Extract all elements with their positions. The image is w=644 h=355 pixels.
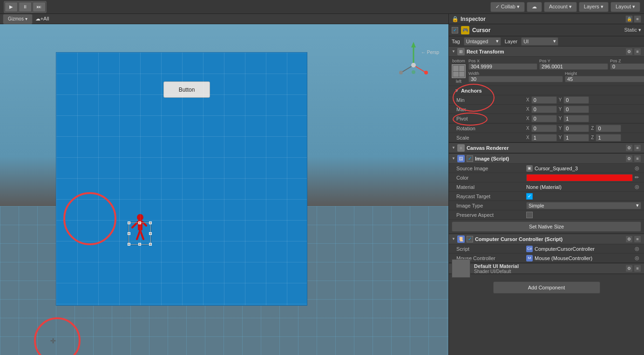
mouse-controller-text: Mouse (MouseController) <box>535 255 633 261</box>
image-collapse-arrow: ▼ <box>452 156 455 161</box>
layout-button[interactable]: Layout ▾ <box>610 2 640 12</box>
handle-tc[interactable] <box>138 221 141 224</box>
handle-bc[interactable] <box>138 243 141 246</box>
scale-z-input[interactable] <box>596 134 621 141</box>
mat-settings-btn[interactable]: ⚙ <box>625 265 633 272</box>
material-value: None (Material) ◎ <box>526 184 641 190</box>
canvas-header-right: ⚙ ≡ <box>625 144 641 152</box>
scene-view: Gizmos ▾ ☁+All Button <box>0 14 448 355</box>
color-picker-btn[interactable]: ✏ <box>635 174 641 181</box>
image-type-row: Image Type Simple▾ <box>449 201 644 210</box>
object-header: 🎮 Cursor Static ▾ <box>449 24 644 36</box>
image-menu-btn[interactable]: ≡ <box>634 155 641 162</box>
handle-tr[interactable] <box>149 221 152 224</box>
max-x-label: X <box>526 107 529 112</box>
color-swatch[interactable] <box>526 174 633 181</box>
cursor-collapse-arrow: ▼ <box>452 237 455 241</box>
step-button[interactable]: ⏭ <box>33 2 46 12</box>
pos-y-input[interactable] <box>539 63 608 70</box>
mouse-ctrl-target-btn[interactable]: ◎ <box>635 255 641 261</box>
pivot-label: Pivot <box>456 116 526 121</box>
handle-mr[interactable] <box>149 232 152 235</box>
persp-label[interactable]: ← Persp <box>421 50 439 55</box>
height-input[interactable] <box>565 76 644 82</box>
min-x-input[interactable] <box>531 96 557 104</box>
svg-point-0 <box>137 214 143 221</box>
anchor-icon[interactable] <box>452 64 466 78</box>
layers-button[interactable]: Layers ▾ <box>579 2 609 12</box>
handle-br[interactable] <box>149 243 152 246</box>
pivot-x-input[interactable] <box>531 115 557 122</box>
layer-dropdown[interactable]: UI▾ <box>521 37 558 46</box>
set-native-size-button[interactable]: Set Native Size <box>452 221 641 232</box>
object-active-checkbox[interactable] <box>452 27 458 33</box>
scene-button[interactable]: Button <box>163 81 210 98</box>
pause-button[interactable]: ⏸ <box>19 2 32 12</box>
height-group: Height <box>565 71 644 82</box>
raycast-value: ✓ <box>526 193 641 200</box>
mouse-controller-icon: M <box>526 255 533 261</box>
rect-menu-btn[interactable]: ≡ <box>634 48 641 55</box>
pivot-y-label: Y <box>559 116 562 121</box>
rot-z-input[interactable] <box>596 125 621 132</box>
gizmos-button[interactable]: Gizmos ▾ <box>3 14 33 24</box>
image-active-check[interactable] <box>467 155 473 162</box>
rot-y-input[interactable] <box>563 125 589 132</box>
wh-row: Width Height ⊞ R <box>468 71 644 82</box>
cursor-ctrl-settings-btn[interactable]: ⚙ <box>625 235 633 243</box>
handle-tl[interactable] <box>128 221 130 224</box>
add-component-button[interactable]: Add Component <box>493 281 600 294</box>
anchors-header-row[interactable]: ▼ Anchors <box>449 86 644 95</box>
image-settings-btn[interactable]: ⚙ <box>625 155 633 162</box>
image-script-header[interactable]: ▼ 🖼 Image (Script) ⚙ ≡ <box>449 154 644 164</box>
scale-y-input[interactable] <box>563 134 589 141</box>
canvas-settings-btn[interactable]: ⚙ <box>625 144 633 152</box>
source-image-target-btn[interactable]: ◎ <box>635 165 641 172</box>
mat-menu-btn[interactable]: ≡ <box>634 265 641 272</box>
preserve-aspect-checkbox[interactable] <box>526 212 533 218</box>
material-target-btn[interactable]: ◎ <box>635 184 641 190</box>
raycast-label: Raycast Target <box>456 194 526 199</box>
min-y-input[interactable] <box>563 96 589 104</box>
anchors-collapse: ▼ <box>454 88 459 93</box>
pos-z-input[interactable] <box>610 63 644 70</box>
canvas-menu-btn[interactable]: ≡ <box>634 144 641 152</box>
material-label: Material <box>456 184 526 190</box>
cursor-ctrl-active-check[interactable] <box>467 236 473 242</box>
width-input[interactable] <box>468 76 563 82</box>
raycast-checkbox[interactable]: ✓ <box>526 193 533 200</box>
canvas-renderer-header[interactable]: ▼ ○ Canvas Renderer ⚙ ≡ <box>449 143 644 153</box>
scale-x-label: X <box>526 135 529 140</box>
rect-settings-btn[interactable]: ⚙ <box>625 48 633 55</box>
max-x-input[interactable] <box>531 106 557 113</box>
pivot-y-input[interactable] <box>563 115 589 122</box>
inspector-lock-btn[interactable]: 🔒 <box>625 15 633 23</box>
rect-transform-header[interactable]: ▼ ⊞ Rect Transform ⚙ ≡ <box>449 47 644 57</box>
rot-x-input[interactable] <box>531 125 557 132</box>
cursor-controller-header[interactable]: ▼ 📜 Computer Cursor Controller (Script) … <box>449 234 644 244</box>
tag-layer-row: Tag Untagged▾ Layer UI▾ <box>449 36 644 47</box>
handle-bl[interactable] <box>128 243 130 246</box>
min-x-label: X <box>526 97 529 102</box>
cursor-ctrl-menu-btn[interactable]: ≡ <box>634 235 641 243</box>
tag-dropdown[interactable]: Untagged▾ <box>464 37 501 46</box>
width-group: Width <box>468 71 563 82</box>
pos-x-label: Pos X <box>468 59 537 63</box>
handle-ml[interactable] <box>128 232 130 235</box>
color-row: Color ✏ <box>449 173 644 182</box>
material-header[interactable]: Default UI Material Shader UI/Default ⚙ … <box>449 263 644 274</box>
play-button[interactable]: ▶ <box>5 2 18 12</box>
collab-button[interactable]: ✓ Collab ▾ <box>490 2 525 12</box>
image-type-dropdown[interactable]: Simple▾ <box>526 202 641 209</box>
cursor-controller-title: Computer Cursor Controller (Script) <box>475 236 563 242</box>
script-target-btn[interactable]: ◎ <box>635 246 641 252</box>
account-button[interactable]: Account ▾ <box>544 2 577 12</box>
inspector-menu-btn[interactable]: ≡ <box>634 15 641 23</box>
inspector-title: Inspector <box>461 16 486 22</box>
cloud-button[interactable]: ☁ <box>527 2 542 12</box>
rect-title: Rect Transform <box>467 49 504 54</box>
pos-x-input[interactable] <box>468 63 537 70</box>
scene-canvas[interactable]: Button <box>0 24 448 355</box>
max-y-input[interactable] <box>563 106 589 113</box>
scale-x-input[interactable] <box>531 134 557 141</box>
